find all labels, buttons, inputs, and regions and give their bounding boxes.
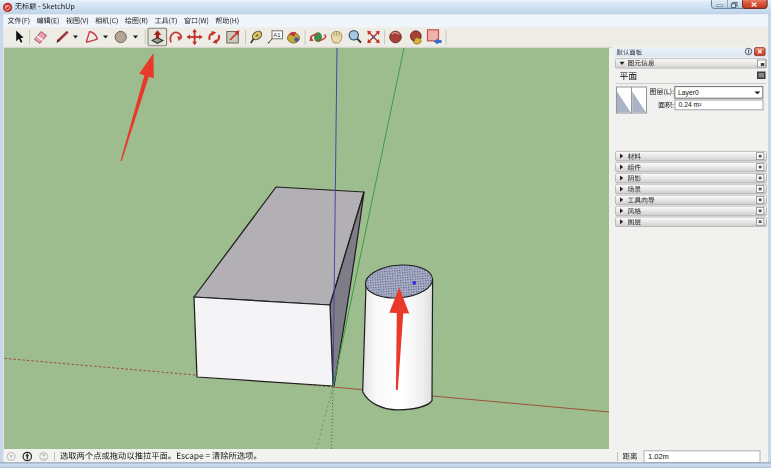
svg-text:1.02m: 1.02m <box>648 452 669 461</box>
svg-text:Layer0: Layer0 <box>678 89 699 97</box>
svg-text:0.24 m²: 0.24 m² <box>679 101 703 108</box>
svg-text:A1: A1 <box>273 32 281 38</box>
